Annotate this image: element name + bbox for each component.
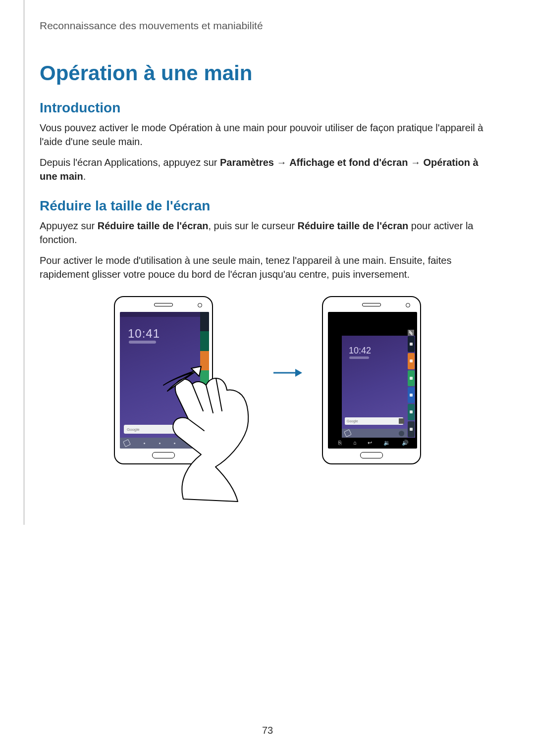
- google-search-bar: Google: [345, 417, 403, 425]
- figure-row: 10:41 Google: [40, 296, 495, 504]
- phone-speaker-icon: [154, 303, 173, 306]
- phone-app-icon: [344, 429, 352, 437]
- dock-right: [342, 429, 407, 438]
- apps-drawer-icon: [189, 440, 196, 447]
- page-number: 73: [0, 725, 535, 736]
- bold-parametres: Paramètres: [220, 157, 274, 168]
- dock-left: [120, 438, 200, 449]
- text-run: .: [83, 171, 86, 182]
- reduce-paragraph-2: Pour activer le mode d'utilisation à une…: [40, 253, 495, 281]
- page-margin-rule: [24, 0, 24, 525]
- text-run: Appuyez sur: [40, 220, 98, 231]
- phone-camera-icon: [406, 303, 410, 307]
- reduce-paragraph-1: Appuyez sur Réduire taille de l'écran, p…: [40, 219, 495, 247]
- bold-reduire-2: Réduire taille de l'écran: [298, 220, 409, 231]
- phone-screen-right: 10:42 Google ⎘ ⌂ ↩ 🔉: [328, 312, 417, 449]
- svg-marker-1: [295, 369, 302, 377]
- edge-panel-left: [200, 312, 209, 449]
- clock-date-placeholder: [129, 341, 156, 344]
- search-button-icon: [399, 418, 404, 424]
- figure-reduced-screen: 10:42 Google ⎘ ⌂ ↩ 🔉: [322, 296, 421, 464]
- apps-drawer-icon: [399, 431, 404, 436]
- google-search-bar: Google: [124, 425, 196, 434]
- phone-body-left: 10:41 Google: [114, 296, 213, 464]
- phone-app-icon: [124, 440, 130, 446]
- page-title: Opération à une main: [40, 61, 495, 85]
- home-button-icon: [152, 452, 175, 458]
- reduced-window: 10:42 Google: [342, 336, 415, 438]
- running-header: Reconnaissance des mouvements et maniabi…: [40, 20, 495, 32]
- edge-panel-right: [407, 336, 415, 438]
- section-title-reduire: Réduire la taille de l'écran: [40, 198, 495, 214]
- nav-arrow: →: [274, 157, 289, 168]
- bold-affichage: Affichage et fond d'écran: [289, 157, 408, 168]
- phone-screen-left: 10:41 Google: [120, 312, 209, 449]
- bold-reduire-1: Réduire taille de l'écran: [98, 220, 209, 231]
- home-button-icon: [360, 452, 383, 458]
- text-run: Depuis l'écran Applications, appuyez sur: [40, 157, 220, 168]
- intro-paragraph-2: Depuis l'écran Applications, appuyez sur…: [40, 155, 495, 183]
- clock-time-left: 10:41: [128, 327, 160, 341]
- status-bar: [120, 312, 200, 317]
- phone-camera-icon: [198, 303, 202, 307]
- intro-paragraph-1: Vous pouvez activer le mode Opération à …: [40, 121, 495, 149]
- text-run: , puis sur le curseur: [208, 220, 297, 231]
- clock-date-placeholder: [349, 356, 369, 359]
- phone-speaker-icon: [362, 303, 381, 306]
- back-icon: ↩: [368, 440, 372, 446]
- volume-down-icon: 🔉: [383, 440, 390, 446]
- transition-arrow-icon: [272, 365, 302, 380]
- soft-key-bar: ⎘ ⌂ ↩ 🔉 🔊: [333, 439, 414, 447]
- section-title-introduction: Introduction: [40, 100, 495, 116]
- clock-time-right: 10:42: [349, 346, 371, 356]
- nav-arrow: →: [408, 157, 423, 168]
- figure-swipe-gesture: 10:41 Google: [114, 296, 253, 504]
- volume-up-icon: 🔊: [402, 440, 409, 446]
- home-icon: ⌂: [353, 440, 357, 446]
- recent-apps-icon: ⎘: [338, 440, 342, 446]
